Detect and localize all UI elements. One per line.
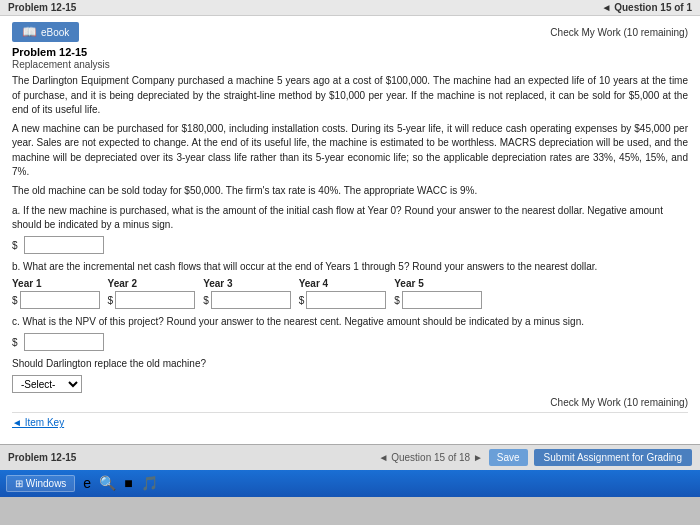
problem-text-3: The old machine can be sold today for $5… bbox=[12, 184, 688, 199]
ebook-icon: 📖 bbox=[22, 25, 37, 39]
should-replace-section: Should Darlington replace the old machin… bbox=[12, 357, 688, 393]
divider-1 bbox=[12, 412, 688, 413]
ebook-button[interactable]: 📖 eBook bbox=[12, 22, 79, 42]
question-b-text: b. What are the incremental net cash flo… bbox=[12, 260, 688, 274]
answer-c-input[interactable] bbox=[24, 333, 104, 351]
bottom-bar: Problem 12-15 ◄ Question 15 of 18 ► Save… bbox=[0, 444, 700, 470]
year-2-label: Year 2 bbox=[108, 278, 137, 289]
windows-label: Windows bbox=[26, 478, 67, 489]
question-a-input-row: $ bbox=[12, 236, 688, 254]
dollar-sign-y1: $ bbox=[12, 295, 18, 306]
year-1-input-wrap: $ bbox=[12, 291, 100, 309]
save-button[interactable]: Save bbox=[489, 449, 528, 466]
ebook-section: 📖 eBook bbox=[12, 22, 79, 42]
top-bar: 📖 eBook Check My Work (10 remaining) bbox=[12, 22, 688, 42]
problem-title: Problem 12-15 bbox=[12, 46, 688, 58]
question-c-text: c. What is the NPV of this project? Roun… bbox=[12, 315, 688, 329]
question-c-section: c. What is the NPV of this project? Roun… bbox=[12, 315, 688, 351]
bottom-right-controls: ◄ Question 15 of 18 ► Save Submit Assign… bbox=[379, 449, 693, 466]
question-b-section: b. What are the incremental net cash flo… bbox=[12, 260, 688, 309]
problem-subtitle: Replacement analysis bbox=[12, 59, 688, 70]
content-area: 📖 eBook Check My Work (10 remaining) Pro… bbox=[0, 16, 700, 444]
year-1-label: Year 1 bbox=[12, 278, 41, 289]
dollar-sign-a: $ bbox=[12, 240, 18, 251]
problem-text-2: A new machine can be purchased for $180,… bbox=[12, 122, 688, 180]
taskbar-media-icon[interactable]: 🎵 bbox=[141, 475, 158, 491]
dollar-sign-y3: $ bbox=[203, 295, 209, 306]
start-button[interactable]: ⊞ Windows bbox=[6, 475, 75, 492]
question-c-input-row: $ bbox=[12, 333, 688, 351]
year-5-label: Year 5 bbox=[394, 278, 423, 289]
windows-icon: ⊞ bbox=[15, 478, 23, 489]
year-4-input-wrap: $ bbox=[299, 291, 387, 309]
year-5-col: Year 5 $ bbox=[394, 278, 482, 309]
year-3-input[interactable] bbox=[211, 291, 291, 309]
dollar-sign-c: $ bbox=[12, 337, 18, 348]
year-4-input[interactable] bbox=[306, 291, 386, 309]
question-nav-top: ◄ Question 15 of 1 bbox=[602, 2, 692, 13]
year-3-input-wrap: $ bbox=[203, 291, 291, 309]
question-nav-bottom: ◄ Question 15 of 18 ► bbox=[379, 452, 483, 463]
problem-header: Problem 12-15 ◄ Question 15 of 1 bbox=[0, 0, 700, 16]
year-4-col: Year 4 $ bbox=[299, 278, 387, 309]
dollar-sign-y4: $ bbox=[299, 295, 305, 306]
ebook-label: eBook bbox=[41, 27, 69, 38]
dollar-sign-y2: $ bbox=[108, 295, 114, 306]
answer-a-input[interactable] bbox=[24, 236, 104, 254]
taskbar-folder-icon[interactable]: ■ bbox=[124, 475, 132, 491]
dollar-sign-y5: $ bbox=[394, 295, 400, 306]
year-2-input[interactable] bbox=[115, 291, 195, 309]
year-4-label: Year 4 bbox=[299, 278, 328, 289]
taskbar-ie-icon[interactable]: e bbox=[83, 475, 91, 491]
year-1-col: Year 1 $ bbox=[12, 278, 100, 309]
year-3-label: Year 3 bbox=[203, 278, 232, 289]
item-key-link[interactable]: ◄ Item Key bbox=[12, 417, 64, 428]
problem-text-1: The Darlington Equipment Company purchas… bbox=[12, 74, 688, 118]
taskbar-search-icon[interactable]: 🔍 bbox=[99, 475, 116, 491]
content-footer-nav: ◄ Item Key bbox=[12, 417, 688, 428]
check-my-work-content-bottom[interactable]: Check My Work (10 remaining) bbox=[12, 397, 688, 408]
problem-id: Problem 12-15 bbox=[8, 2, 76, 13]
check-my-work-top[interactable]: Check My Work (10 remaining) bbox=[550, 27, 688, 38]
taskbar: ⊞ Windows e 🔍 ■ 🎵 bbox=[0, 470, 700, 497]
question-d-text: Should Darlington replace the old machin… bbox=[12, 357, 688, 371]
year-1-input[interactable] bbox=[20, 291, 100, 309]
year-2-input-wrap: $ bbox=[108, 291, 196, 309]
replace-select[interactable]: -Select- Yes No bbox=[12, 375, 82, 393]
year-3-col: Year 3 $ bbox=[203, 278, 291, 309]
year-2-col: Year 2 $ bbox=[108, 278, 196, 309]
year-5-input[interactable] bbox=[402, 291, 482, 309]
question-a-text: a. If the new machine is purchased, what… bbox=[12, 204, 688, 232]
question-a-section: a. If the new machine is purchased, what… bbox=[12, 204, 688, 254]
year-5-input-wrap: $ bbox=[394, 291, 482, 309]
problem-label-bottom: Problem 12-15 bbox=[8, 452, 76, 463]
incremental-inputs-row: Year 1 $ Year 2 $ Year 3 bbox=[12, 278, 688, 309]
submit-button[interactable]: Submit Assignment for Grading bbox=[534, 449, 692, 466]
